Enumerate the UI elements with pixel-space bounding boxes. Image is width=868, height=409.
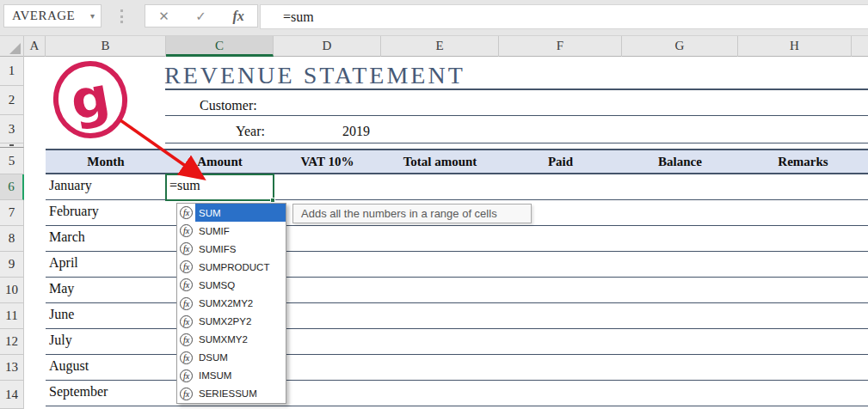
year-value[interactable]: 2019 bbox=[342, 124, 370, 139]
select-all-button[interactable] bbox=[0, 36, 24, 57]
function-icon: fx bbox=[180, 242, 193, 255]
autocomplete-label: SUMX2MY2 bbox=[195, 294, 286, 312]
row-header-13[interactable]: 13 bbox=[0, 355, 24, 381]
insert-function-icon[interactable]: fx bbox=[232, 9, 243, 24]
column-header-a[interactable]: A bbox=[24, 36, 46, 57]
chevron-down-icon[interactable]: ▾ bbox=[90, 11, 101, 21]
column-header-f[interactable]: F bbox=[499, 36, 622, 57]
header-total[interactable]: Total amount bbox=[381, 150, 499, 173]
table-row-may[interactable]: May bbox=[46, 278, 868, 303]
function-autocomplete-list: fx SUM fx SUMIF fx SUMIFS fx SUMPRODUCT … bbox=[176, 203, 286, 404]
header-remarks[interactable]: Remarks bbox=[738, 150, 868, 173]
formula-toolbar: AVERAGE ▾ ✕ ✓ fx =sum bbox=[0, 0, 868, 35]
column-header-h[interactable]: H bbox=[738, 36, 852, 57]
autocomplete-item-sumifs[interactable]: fx SUMIFS bbox=[177, 240, 286, 258]
customer-label[interactable]: Customer: bbox=[200, 98, 257, 113]
autocomplete-label: SUM bbox=[195, 204, 286, 222]
cancel-icon[interactable]: ✕ bbox=[158, 9, 169, 24]
autocomplete-item-imsum[interactable]: fx IMSUM bbox=[177, 367, 286, 385]
function-tooltip: Adds all the numbers in a range of cells bbox=[292, 204, 532, 223]
autocomplete-item-sumif[interactable]: fx SUMIF bbox=[177, 222, 286, 240]
function-icon: fx bbox=[180, 388, 193, 400]
function-icon: fx bbox=[180, 260, 193, 273]
formula-text: =sum bbox=[261, 9, 314, 25]
table-row-september[interactable]: September bbox=[46, 381, 868, 406]
cell-month: May bbox=[49, 281, 74, 296]
table-row-july[interactable]: July bbox=[46, 329, 868, 355]
row-header-2[interactable]: 2 bbox=[0, 86, 24, 115]
svg-text:g: g bbox=[66, 64, 114, 133]
autocomplete-label: SUMSQ bbox=[195, 276, 286, 294]
autocomplete-item-seriessum[interactable]: fx SERIESSUM bbox=[177, 385, 286, 403]
row-header-6[interactable]: 6 bbox=[0, 174, 24, 200]
row-header-10[interactable]: 10 bbox=[0, 278, 24, 303]
customer-underline bbox=[165, 115, 868, 116]
table-row-june[interactable]: June bbox=[46, 303, 868, 329]
row-header-8[interactable]: 8 bbox=[0, 226, 24, 252]
title-underline bbox=[165, 89, 868, 90]
autocomplete-item-sumproduct[interactable]: fx SUMPRODUCT bbox=[177, 258, 286, 276]
row-header-7[interactable]: 7 bbox=[0, 200, 24, 226]
row-header-9[interactable]: 9 bbox=[0, 252, 24, 278]
autocomplete-label: DSUM bbox=[195, 349, 286, 367]
autocomplete-label: SUMX2PY2 bbox=[195, 313, 286, 331]
column-header-g[interactable]: G bbox=[622, 36, 738, 57]
autocomplete-label: IMSUM bbox=[195, 367, 286, 385]
header-vat[interactable]: VAT 10% bbox=[274, 150, 381, 173]
row-header-14[interactable]: 14 bbox=[0, 381, 24, 409]
row-header-3[interactable]: 3 bbox=[0, 115, 24, 143]
autocomplete-item-sumx2my2[interactable]: fx SUMX2MY2 bbox=[177, 294, 286, 312]
autocomplete-label: SUMIF bbox=[195, 222, 286, 240]
name-box-value: AVERAGE bbox=[4, 9, 75, 23]
row-header-11[interactable]: 11 bbox=[0, 303, 24, 329]
row-header-1[interactable]: 1 bbox=[0, 57, 24, 86]
cell-month: March bbox=[49, 229, 85, 245]
function-icon: fx bbox=[180, 297, 193, 310]
toolbar-separator bbox=[120, 9, 124, 23]
formula-buttons: ✕ ✓ fx bbox=[145, 4, 258, 27]
column-header-e[interactable]: E bbox=[381, 36, 499, 57]
autocomplete-item-sum[interactable]: fx SUM bbox=[177, 204, 286, 222]
function-icon: fx bbox=[180, 206, 193, 219]
row-header-5[interactable]: 5 bbox=[0, 148, 24, 174]
autocomplete-label: SERIESSUM bbox=[195, 385, 286, 403]
autocomplete-label: SUMXMY2 bbox=[195, 331, 286, 349]
cell-month: June bbox=[49, 307, 74, 322]
cell-month: January bbox=[49, 178, 92, 193]
function-icon: fx bbox=[180, 333, 193, 346]
annotation-arrow bbox=[114, 115, 213, 187]
autocomplete-label: SUMPRODUCT bbox=[195, 258, 286, 276]
year-label[interactable]: Year: bbox=[236, 124, 265, 139]
page-title[interactable]: REVENUE STATEMENT bbox=[164, 62, 465, 89]
function-icon: fx bbox=[180, 369, 193, 382]
column-header-row: A B C D E F G H bbox=[0, 35, 868, 57]
autocomplete-item-sumsq[interactable]: fx SUMSQ bbox=[177, 276, 286, 294]
function-icon: fx bbox=[180, 278, 193, 291]
header-balance[interactable]: Balance bbox=[622, 150, 738, 173]
table-row-march[interactable]: March bbox=[46, 226, 868, 252]
autocomplete-item-dsum[interactable]: fx DSUM bbox=[177, 349, 286, 367]
sheet-grid: 1 2 3 5 6 7 8 9 10 11 12 13 14 g REVENUE… bbox=[0, 57, 868, 409]
cell-month: July bbox=[49, 333, 72, 348]
header-paid[interactable]: Paid bbox=[499, 150, 622, 173]
table-row-august[interactable]: August bbox=[46, 355, 868, 381]
select-all-triangle-icon bbox=[9, 43, 21, 54]
cell-month: February bbox=[49, 204, 99, 219]
cell-month: September bbox=[49, 384, 108, 400]
function-icon: fx bbox=[180, 351, 193, 364]
column-header-c[interactable]: C bbox=[166, 36, 274, 57]
excel-window: AVERAGE ▾ ✕ ✓ fx =sum A B C D E F G H 1 … bbox=[0, 0, 868, 409]
autocomplete-item-sumxmy2[interactable]: fx SUMXMY2 bbox=[177, 331, 286, 349]
name-box[interactable]: AVERAGE ▾ bbox=[3, 4, 102, 27]
function-icon: fx bbox=[180, 315, 193, 328]
table-row-april[interactable]: April bbox=[46, 252, 868, 278]
formula-bar-input[interactable]: =sum bbox=[260, 4, 868, 29]
autocomplete-item-sumx2py2[interactable]: fx SUMX2PY2 bbox=[177, 313, 286, 331]
cell-month: April bbox=[49, 255, 78, 271]
column-header-d[interactable]: D bbox=[274, 36, 381, 57]
enter-icon[interactable]: ✓ bbox=[195, 9, 206, 24]
year-underline bbox=[165, 143, 868, 143]
row-header-12[interactable]: 12 bbox=[0, 329, 24, 355]
column-header-b[interactable]: B bbox=[46, 36, 166, 57]
function-icon: fx bbox=[180, 224, 193, 237]
